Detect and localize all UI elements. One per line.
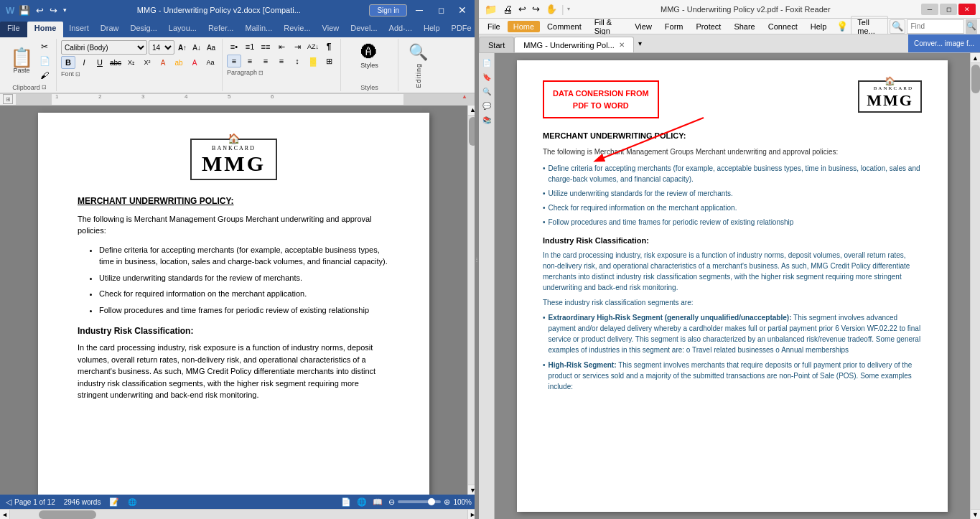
pdf-vscrollbar[interactable]: ▲ ▼ bbox=[970, 53, 980, 519]
foxit-share-menu[interactable]: Share bbox=[728, 21, 760, 32]
format-painter[interactable]: 🖌 bbox=[37, 69, 52, 82]
numbering-button[interactable]: ≡1 bbox=[243, 40, 257, 53]
paste-button[interactable]: 📋 Paste bbox=[7, 47, 36, 75]
sort-button[interactable]: AZ↓ bbox=[306, 40, 320, 53]
foxit-comment-menu[interactable]: Comment bbox=[541, 21, 587, 32]
view-web[interactable]: 🌐 bbox=[357, 497, 367, 507]
tab-layout[interactable]: Layou... bbox=[163, 22, 202, 37]
foxit-form-menu[interactable]: Form bbox=[659, 21, 689, 32]
foxit-tab-dropdown[interactable]: ▾ bbox=[635, 38, 645, 49]
foxit-search-input[interactable] bbox=[907, 19, 964, 34]
sign-in-button[interactable]: Sign in bbox=[369, 4, 407, 17]
increase-font[interactable]: A↑ bbox=[176, 41, 189, 54]
pdf-scroll-thumb[interactable] bbox=[971, 65, 980, 93]
sidebar-bookmarks[interactable]: 🔖 bbox=[480, 70, 493, 83]
tab-mailings[interactable]: Mailin... bbox=[239, 22, 278, 37]
align-left[interactable]: ≡ bbox=[227, 55, 241, 67]
foxit-file-menu[interactable]: File bbox=[482, 21, 506, 32]
pdf-scroll-up[interactable]: ▲ bbox=[971, 53, 981, 63]
quick-more[interactable]: ▾ bbox=[62, 5, 68, 15]
foxit-protect-menu[interactable]: Protect bbox=[691, 21, 727, 32]
foxit-tab-close[interactable]: ✕ bbox=[619, 41, 625, 49]
tab-design[interactable]: Desig... bbox=[124, 22, 162, 37]
styles-button[interactable]: 🅐 Styles bbox=[356, 40, 383, 83]
tab-addins[interactable]: Add-... bbox=[383, 22, 418, 37]
italic-button[interactable]: I bbox=[77, 56, 91, 69]
zoom-control[interactable]: ⊖ ⊕ 100% bbox=[388, 497, 472, 507]
align-right[interactable]: ≡ bbox=[258, 55, 273, 67]
foxit-redo[interactable]: ↪ bbox=[531, 2, 541, 16]
superscript-button[interactable]: X² bbox=[140, 56, 154, 69]
edit-mode-icon[interactable]: 📝 bbox=[109, 497, 119, 507]
editing-button[interactable]: 🔍 Editing bbox=[404, 40, 432, 91]
strikethrough-button[interactable]: abc bbox=[108, 56, 123, 69]
decrease-indent[interactable]: ⇤ bbox=[274, 40, 289, 53]
foxit-print[interactable]: 🖨 bbox=[501, 2, 514, 17]
word-hscrollbar[interactable]: ◄ ► bbox=[0, 509, 477, 519]
tab-insert[interactable]: Insert bbox=[63, 22, 95, 37]
foxit-tell-me[interactable]: Tell me... bbox=[851, 16, 888, 37]
text-effects-button[interactable]: A bbox=[156, 56, 170, 69]
align-center[interactable]: ≡ bbox=[243, 55, 257, 67]
tab-help[interactable]: Help bbox=[418, 22, 446, 37]
pdf-scroll-area[interactable]: DATA CONERSION FROM PDF TO WORD BANKCARD… bbox=[495, 53, 970, 519]
clear-format[interactable]: Aa bbox=[205, 41, 218, 54]
bold-button[interactable]: B bbox=[61, 56, 75, 69]
tab-review[interactable]: Revie... bbox=[278, 22, 316, 37]
foxit-view-menu[interactable]: View bbox=[629, 21, 658, 32]
cut-button[interactable]: ✂ bbox=[37, 40, 52, 53]
sidebar-pages[interactable]: 📄 bbox=[480, 56, 493, 69]
foxit-open-folder[interactable]: 📁 bbox=[483, 2, 498, 17]
foxit-search-icon[interactable]: 🔍 bbox=[890, 19, 905, 34]
foxit-help-menu[interactable]: Help bbox=[805, 21, 833, 32]
font-family-selector[interactable]: Calibri (Body) bbox=[61, 40, 147, 55]
text-highlight-button[interactable]: ab bbox=[172, 56, 186, 69]
tab-view[interactable]: View bbox=[317, 22, 345, 37]
bullets-button[interactable]: ≡• bbox=[227, 40, 241, 53]
restore-button[interactable]: ◻ bbox=[431, 4, 450, 17]
foxit-undo[interactable]: ↩ bbox=[517, 2, 528, 16]
show-formatting[interactable]: ¶ bbox=[322, 40, 336, 53]
convert-banner[interactable]: Conver... image f... bbox=[908, 34, 980, 52]
tab-references[interactable]: Refer... bbox=[202, 22, 239, 37]
borders-button[interactable]: ⊞ bbox=[322, 55, 336, 67]
copy-button[interactable]: 📄 bbox=[37, 55, 52, 67]
foxit-restore[interactable]: ◻ bbox=[940, 4, 957, 15]
change-case-button[interactable]: Aa bbox=[203, 56, 218, 69]
underline-button[interactable]: U bbox=[93, 56, 107, 69]
quick-redo[interactable]: ↪ bbox=[48, 4, 59, 17]
sidebar-layers[interactable]: 📚 bbox=[480, 113, 493, 126]
tab-home[interactable]: Home bbox=[27, 22, 64, 37]
increase-indent[interactable]: ⇥ bbox=[290, 40, 304, 53]
foxit-close[interactable]: ✕ bbox=[958, 4, 976, 15]
foxit-fillsign-menu[interactable]: Fill & Sign bbox=[589, 17, 627, 37]
splitter[interactable]: ⋮ bbox=[475, 0, 479, 519]
quick-save[interactable]: 💾 bbox=[17, 4, 32, 17]
tab-pdfe[interactable]: PDFe bbox=[446, 22, 477, 37]
view-normal[interactable]: 📄 bbox=[341, 497, 351, 507]
line-spacing[interactable]: ↕ bbox=[290, 55, 304, 67]
shading-button[interactable]: ▓ bbox=[306, 55, 320, 67]
foxit-minimize[interactable]: ─ bbox=[921, 4, 938, 15]
pdf-scroll-down[interactable]: ▼ bbox=[971, 509, 981, 519]
foxit-start-tab[interactable]: Start bbox=[479, 37, 514, 52]
font-size-selector[interactable]: 14 bbox=[149, 40, 174, 55]
foxit-lightbulb[interactable]: 💡 bbox=[835, 19, 849, 33]
minimize-button[interactable]: ─ bbox=[410, 4, 429, 17]
foxit-home-menu[interactable]: Home bbox=[508, 21, 540, 32]
word-scroll-area[interactable]: BANKCARD MMG 🏠 MERCHANT UNDERWRITING POL… bbox=[0, 106, 467, 495]
subscript-button[interactable]: X₂ bbox=[124, 56, 139, 69]
foxit-search-go[interactable]: 🔍 bbox=[966, 19, 977, 34]
close-button[interactable]: ✕ bbox=[453, 4, 472, 17]
multilevel-button[interactable]: ≡≡ bbox=[258, 40, 273, 53]
decrease-font[interactable]: A↓ bbox=[190, 41, 203, 54]
tab-file[interactable]: File bbox=[0, 22, 27, 37]
tab-draw[interactable]: Draw bbox=[95, 22, 125, 37]
foxit-connect-menu[interactable]: Connect bbox=[762, 21, 803, 32]
font-color-button[interactable]: A bbox=[187, 56, 202, 69]
view-read[interactable]: 📖 bbox=[373, 497, 383, 507]
foxit-doc-tab[interactable]: MMG - Underwriting Pol... ✕ bbox=[514, 37, 634, 52]
pdf-scroll-track[interactable] bbox=[971, 63, 981, 509]
sidebar-comments[interactable]: 💬 bbox=[480, 99, 493, 112]
justify[interactable]: ≡ bbox=[274, 55, 289, 67]
